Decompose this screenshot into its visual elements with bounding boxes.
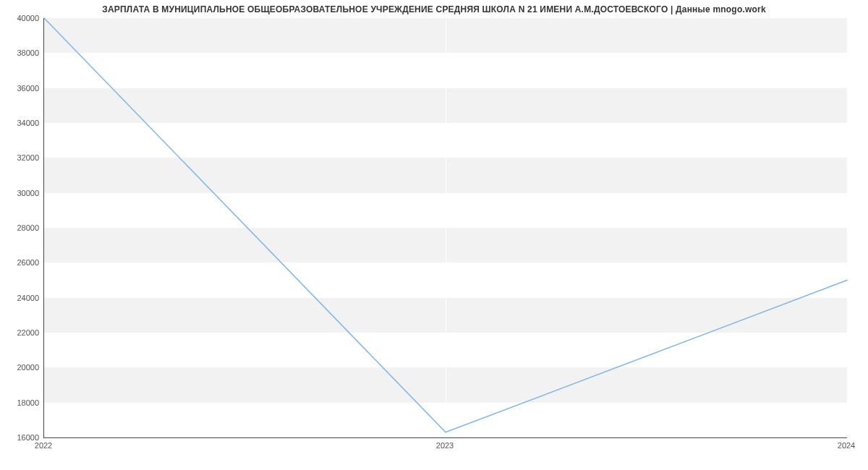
grid-line-vertical [847,18,848,437]
chart-title: ЗАРПЛАТА В МУНИЦИПАЛЬНОЕ ОБЩЕОБРАЗОВАТЕЛ… [0,4,868,14]
y-axis-tick-label: 32000 [3,153,39,162]
y-axis-tick-label: 38000 [3,48,39,57]
y-axis-tick-label: 16000 [3,433,39,442]
y-axis-tick-label: 24000 [3,294,39,302]
x-axis-tick-label: 2023 [436,441,454,450]
y-axis-tick-label: 30000 [3,189,39,197]
x-axis-tick-label: 2024 [838,441,855,450]
y-axis-tick-label: 36000 [3,84,39,93]
y-axis-tick-label: 40000 [3,14,39,22]
x-axis-tick-label: 2022 [35,441,52,450]
y-axis-tick-label: 20000 [3,363,39,372]
chart-container: ЗАРПЛАТА В МУНИЦИПАЛЬНОЕ ОБЩЕОБРАЗОВАТЕЛ… [0,0,868,470]
y-axis-tick-label: 18000 [3,398,39,407]
line-series-layer [44,18,847,437]
line-series [44,18,847,432]
y-axis-tick-label: 22000 [3,328,39,337]
plot-area [43,18,847,438]
y-axis-tick-label: 34000 [3,119,39,127]
y-axis-tick-label: 26000 [3,258,39,267]
y-axis-tick-label: 28000 [3,223,39,232]
